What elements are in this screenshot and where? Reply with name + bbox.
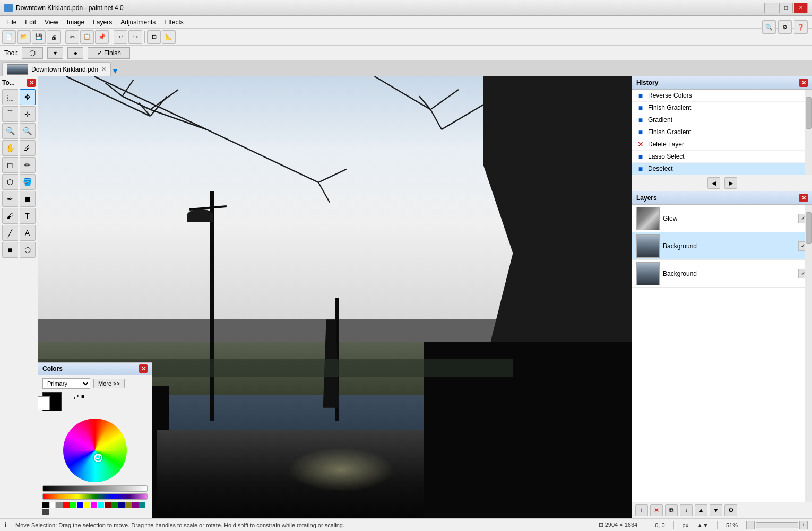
finish-button[interactable]: ✓ Finish [88, 47, 130, 59]
paste-button[interactable]: 📌 [95, 30, 109, 44]
tool-zoom-in[interactable]: 🔍 [2, 123, 18, 139]
color-wheel[interactable] [63, 419, 127, 482]
swatch-8[interactable] [98, 502, 104, 508]
tool-move-selection[interactable]: ✥ [20, 89, 36, 105]
swatch-11[interactable] [118, 502, 125, 508]
undo-button[interactable]: ↩ [114, 30, 127, 44]
colors-more-button[interactable]: More >> [93, 379, 125, 388]
tool-eraser[interactable]: ◻ [2, 157, 18, 173]
print-button[interactable]: 🖨 [47, 30, 61, 44]
tool-custom[interactable]: ⬡ [20, 242, 36, 258]
color-preview-option[interactable]: ● [67, 47, 83, 59]
colors-panel-close[interactable]: ✕ [139, 364, 148, 373]
history-item-6[interactable]: ■ Deselect [632, 163, 812, 175]
brightness-slider[interactable] [42, 485, 148, 492]
history-panel-close[interactable]: ✕ [799, 79, 808, 87]
tools-panel-close[interactable]: ✕ [27, 79, 36, 87]
tool-options-dropdown[interactable]: ▾ [47, 47, 63, 59]
tool-rectangle-select[interactable]: ⬚ [2, 89, 18, 105]
undo-history-button[interactable]: ◀ [707, 177, 720, 189]
ruler-button[interactable]: 📐 [162, 30, 176, 44]
tool-color-picker[interactable]: ✒ [2, 191, 18, 207]
layer-item-background1[interactable]: Background ✓ [632, 232, 812, 260]
tool-bucket[interactable]: 🪣 [20, 174, 36, 190]
redo-button[interactable]: ↪ [128, 30, 142, 44]
save-button[interactable]: 💾 [32, 30, 46, 44]
secondary-color-swatch[interactable] [38, 396, 50, 410]
merge-down-button[interactable]: ↓ [680, 504, 693, 516]
tool-fill[interactable]: ⬡ [2, 174, 18, 190]
new-button[interactable]: 📄 [2, 30, 16, 44]
zoom-out-button[interactable]: − [746, 521, 755, 529]
swatch-7[interactable] [91, 502, 97, 508]
swap-colors-button[interactable]: ⇄ [73, 393, 79, 401]
layer-item-glow[interactable]: Glow ✓ [632, 205, 812, 232]
swatch-5[interactable] [77, 502, 83, 508]
swatch-4[interactable] [70, 502, 76, 508]
duplicate-layer-button[interactable]: ⧉ [665, 504, 678, 516]
swatch-1[interactable] [49, 502, 56, 508]
tool-zoom-out[interactable]: 🔍 [20, 123, 36, 139]
zoom-in-button[interactable]: + [799, 521, 808, 529]
cut-button[interactable]: ✂ [65, 30, 79, 44]
minimize-button[interactable]: — [764, 3, 778, 13]
tool-pencil[interactable]: ✏ [20, 157, 36, 173]
copy-button[interactable]: 📋 [80, 30, 94, 44]
menu-adjustments[interactable]: Adjustments [116, 18, 160, 27]
swatch-12[interactable] [125, 502, 132, 508]
tool-paint[interactable]: 🖊 [20, 140, 36, 156]
history-scrollbar[interactable] [805, 90, 812, 175]
menu-effects[interactable]: Effects [160, 18, 187, 27]
menu-layers[interactable]: Layers [89, 18, 116, 27]
menu-edit[interactable]: Edit [21, 18, 40, 27]
swatch-13[interactable] [132, 502, 139, 508]
history-item-1[interactable]: ■ Finish Gradient [632, 102, 812, 114]
swatch-15[interactable] [42, 509, 49, 515]
tool-recolor[interactable]: 🖌 [2, 208, 18, 224]
layers-scrollbar[interactable] [805, 205, 812, 502]
history-item-4[interactable]: ✕ Delete Layer [632, 138, 812, 151]
maximize-button[interactable]: □ [779, 3, 793, 13]
tool-shapes[interactable]: A [20, 225, 36, 241]
extra-btn1[interactable]: 🔍 [762, 20, 776, 34]
tool-lasso[interactable]: ⌒ [2, 106, 18, 122]
canvas-area[interactable]: Colors ✕ Primary Secondary More >> ⇄ [38, 76, 632, 518]
tool-pan[interactable]: ✋ [2, 140, 18, 156]
swatch-6[interactable] [84, 502, 90, 508]
history-item-5[interactable]: ■ Lasso Select [632, 151, 812, 163]
history-scrollbar-thumb[interactable] [806, 97, 812, 129]
swatch-0[interactable] [42, 502, 49, 508]
history-item-0[interactable]: ■ Reverse Colors [632, 90, 812, 102]
layer-properties-button[interactable]: ⚙ [724, 504, 737, 516]
swatch-9[interactable] [105, 502, 111, 508]
menu-image[interactable]: Image [63, 18, 89, 27]
hue-slider[interactable] [42, 493, 148, 500]
tool-line[interactable]: ╱ [2, 225, 18, 241]
tool-clone[interactable]: ◼ [20, 191, 36, 207]
move-layer-up-button[interactable]: ▲ [695, 504, 707, 516]
redo-history-button[interactable]: ▶ [724, 177, 737, 189]
tool-selector[interactable]: ⬡ [22, 47, 43, 59]
swatch-10[interactable] [111, 502, 118, 508]
tool-move[interactable]: ⊹ [20, 106, 36, 122]
swatch-14[interactable] [139, 502, 145, 508]
add-layer-button[interactable]: + [635, 504, 648, 516]
swatch-3[interactable] [63, 502, 70, 508]
open-button[interactable]: 📂 [17, 30, 31, 44]
color-mode-select[interactable]: Primary Secondary [42, 378, 90, 389]
history-item-3[interactable]: ■ Finish Gradient [632, 126, 812, 138]
grid-button[interactable]: ⊞ [147, 30, 161, 44]
layers-scrollbar-thumb[interactable] [806, 212, 812, 244]
reset-colors-button[interactable]: ■ [81, 393, 85, 399]
swatch-2[interactable] [56, 502, 63, 508]
layers-panel-close[interactable]: ✕ [799, 194, 808, 202]
zoom-slider[interactable] [756, 522, 798, 528]
history-item-2[interactable]: ■ Gradient [632, 114, 812, 126]
delete-layer-button[interactable]: ✕ [650, 504, 663, 516]
extra-btn2[interactable]: ⚙ [778, 20, 792, 34]
layer-item-background2[interactable]: Background ✓ [632, 260, 812, 288]
tab-arrow-icon[interactable]: ▾ [113, 66, 117, 76]
tab-close-icon[interactable]: ✕ [101, 66, 106, 73]
move-layer-down-button[interactable]: ▼ [710, 504, 722, 516]
menu-file[interactable]: File [2, 18, 21, 27]
